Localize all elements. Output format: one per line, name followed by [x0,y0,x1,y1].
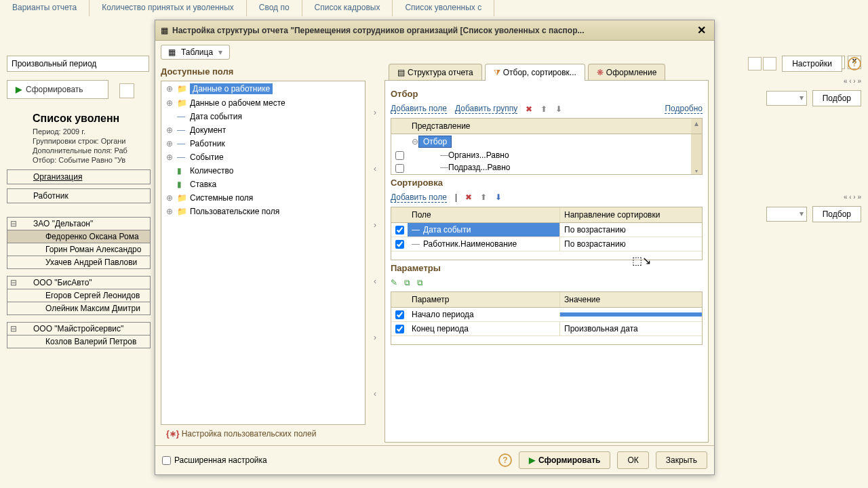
close-icon[interactable]: ✕ [694,24,709,37]
filter-checkbox[interactable] [395,164,404,173]
filter-row[interactable]: — Подразд... Равно [391,161,702,174]
employee-row[interactable]: Олейник Максим Дмитри [7,302,151,315]
scrollbar[interactable]: ▴ [691,119,702,134]
report-settings-icon-button[interactable] [119,83,134,98]
param-checkbox[interactable] [395,310,404,319]
tab-filter-sort[interactable]: ⧩ Отбор, сортировк... [485,64,585,81]
select-button[interactable]: Подбор [812,206,861,222]
extended-checkbox-input[interactable] [162,456,171,465]
move-right-icon[interactable]: › [374,312,376,363]
tree-item[interactable]: ⊕📁Пользовательские поля [161,205,365,218]
expand-icon[interactable]: ⊕ [165,139,174,148]
employee-row[interactable]: Федоренко Оксана Рома [7,230,151,243]
scrollbar[interactable]: ▾ [691,134,702,174]
org-row[interactable]: ЗАО "Дельтаон" [7,217,151,230]
move-right-icon[interactable]: › [374,87,376,138]
move-up-icon[interactable]: ⬆ [540,104,547,114]
select-button[interactable]: Подбор [812,90,861,106]
tree-item[interactable]: ▮Ставка [161,178,365,191]
tree-item[interactable]: ⊕—Работник [161,137,365,150]
tree-item[interactable]: ⊕📁Данные о работнике [161,81,365,96]
help-icon[interactable]: ? [848,57,861,70]
param-checkbox[interactable] [395,325,404,333]
nav-arrows-icon[interactable]: « ‹ › » [844,77,861,85]
sort-grid[interactable]: Поле Направление сортировки — Дата событ… [391,207,703,260]
bg-tab[interactable]: Список кадровых [302,0,393,16]
filter-row[interactable]: — Организ... Равно [391,149,702,161]
sort-checkbox[interactable] [395,240,404,249]
view-mode-icon[interactable] [748,57,762,70]
tab-structure[interactable]: ▤ Структура отчета [389,64,482,81]
param-row[interactable]: Конец периода Произвольная дата [391,322,702,336]
expand-icon[interactable]: ⊕ [165,152,174,162]
help-icon[interactable]: ? [498,453,512,467]
green-icon: ▮ [177,166,186,176]
filter-condition: Равно [486,150,509,160]
dialog-titlebar[interactable]: ▦ Настройка структуры отчета "Перемещени… [155,20,714,41]
expand-icon[interactable]: ⊕ [165,207,174,216]
employee-row[interactable]: Горин Роман Александро [7,243,151,256]
tree-item[interactable]: ⊕—Документ [161,123,365,137]
employee-row[interactable]: Ухачев Андрей Павлови [7,256,151,269]
sort-direction: По возрастанию [559,237,702,251]
bg-tab[interactable]: Свод по [247,0,302,16]
move-up-icon[interactable]: ⬆ [480,192,487,202]
form-button[interactable]: ▶ Сформировать [519,451,610,469]
filter-dropdown[interactable] [766,207,807,222]
add-field-link[interactable]: Добавить поле [391,104,447,114]
expand-icon[interactable]: ⊕ [165,84,174,94]
employee-row[interactable]: Егоров Сергей Леонидов [7,289,151,302]
nav-arrows-icon[interactable]: « ‹ › » [844,193,861,201]
tree-item[interactable]: —Дата события [161,110,365,123]
details-link[interactable]: Подробно [665,104,703,114]
org-row[interactable]: ООО "Майстройсервис" [7,322,151,336]
params-grid[interactable]: Параметр Значение Начало периода Конец п… [391,291,703,345]
move-down-icon[interactable]: ⬇ [555,104,562,114]
tree-item[interactable]: ⊕📁Системные поля [161,191,365,205]
ok-button[interactable]: ОК [617,451,648,469]
filter-checkbox[interactable] [395,151,404,160]
extended-settings-checkbox[interactable]: Расширенная настройка [162,455,492,465]
bg-tab[interactable]: Список уволенных с [393,0,494,16]
sort-checkbox[interactable] [395,226,404,235]
tree-item[interactable]: ⊕—Событие [161,150,365,164]
filter-grid[interactable]: Представление ▴ ⊖ Отбор — [391,118,703,175]
param-value[interactable] [559,312,702,317]
sort-row[interactable]: — Дата событи По возрастанию [391,223,702,237]
move-left-icon[interactable]: ‹ [374,369,376,419]
add-group-link[interactable]: Добавить группу [455,104,517,114]
view-mode-icon[interactable] [763,57,776,70]
expand-icon[interactable]: ⊕ [165,98,174,108]
tab-design[interactable]: ❋ Оформление [588,64,665,81]
copy-icon[interactable]: ⧉ [404,278,410,287]
settings-button[interactable]: Настройки [782,56,842,72]
move-left-icon[interactable]: ‹ [374,256,376,306]
move-right-icon[interactable]: › [374,200,376,250]
view-mode-dropdown[interactable]: ▦ Таблица ▾ [161,45,230,60]
form-report-button[interactable]: ▶ Сформировать [7,80,108,99]
move-down-icon[interactable]: ⬇ [495,192,502,202]
employee-row[interactable]: Козлов Валерий Петров [7,336,151,348]
move-left-icon[interactable]: ‹ [374,144,376,194]
tree-item[interactable]: ▮Количество [161,164,365,178]
param-value[interactable]: Произвольная дата [559,322,702,336]
filter-root-node[interactable]: ⊖ Отбор [391,134,702,149]
delete-icon[interactable]: ✖ [465,192,472,202]
add-field-link[interactable]: Добавить поле [391,192,447,203]
close-button[interactable]: Закрыть [656,451,707,469]
period-selector[interactable]: Произвольный период [7,56,149,72]
org-row[interactable]: ООО "БисАвто" [7,276,151,289]
delete-icon[interactable]: ✖ [526,104,532,114]
param-row[interactable]: Начало периода [391,308,702,322]
bg-tab[interactable]: Количество принятых и уволенных [90,0,246,16]
user-fields-link[interactable]: {∗} Настройка пользовательских полей [161,425,366,443]
bg-tab[interactable]: Варианты отчета [0,0,90,16]
expand-icon[interactable]: ⊕ [165,193,174,203]
sort-row[interactable]: — Работник.Наименование По возрастанию [391,237,702,251]
edit-icon[interactable]: ✎ [391,278,397,287]
available-fields-tree[interactable]: ⊕📁Данные о работнике⊕📁Данные о рабочем м… [161,81,366,425]
paste-icon[interactable]: ⧉ [417,278,423,287]
filter-dropdown[interactable] [766,91,807,106]
tree-item[interactable]: ⊕📁Данные о рабочем месте [161,96,365,110]
expand-icon[interactable]: ⊕ [165,125,174,135]
